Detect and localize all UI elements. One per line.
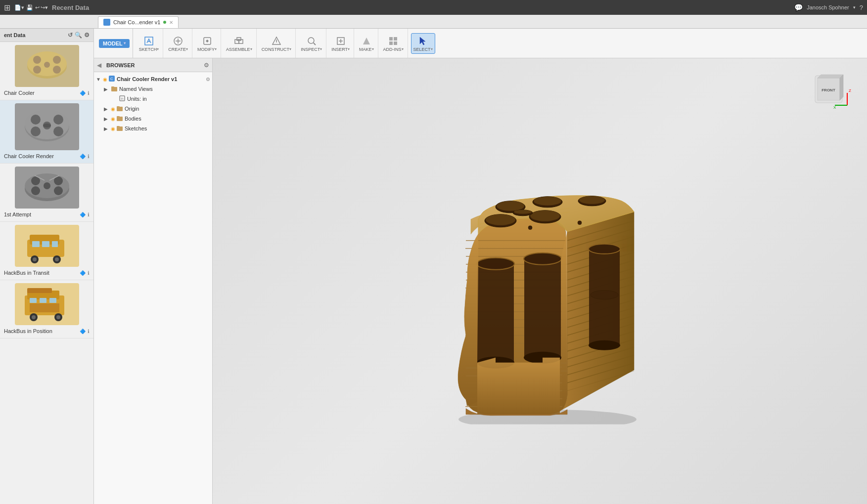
tab-close[interactable]: ✕ bbox=[169, 20, 173, 25]
bodies-folder-icon bbox=[116, 115, 123, 123]
sidebar-refresh-icon[interactable]: ↺ bbox=[68, 32, 73, 39]
assemble-button[interactable]: ASSEMBLE▾ bbox=[224, 34, 254, 53]
create-label: CREATE▾ bbox=[168, 47, 188, 52]
sidebar-collapse-handle[interactable]: ◀ bbox=[93, 256, 94, 276]
select-button[interactable]: SELECT▾ bbox=[411, 33, 435, 54]
item-info-icon[interactable]: ℹ bbox=[88, 270, 90, 276]
create-button[interactable]: CREATE▾ bbox=[166, 34, 190, 53]
svg-point-151 bbox=[589, 340, 620, 350]
select-group: SELECT▾ bbox=[409, 29, 437, 58]
modify-button[interactable]: MODIFY▾ bbox=[195, 34, 219, 53]
user-name[interactable]: Janosch Spohner bbox=[807, 4, 849, 10]
list-item[interactable]: Chair Cooler Render 🔷 ℹ bbox=[0, 100, 93, 164]
item-type-icon: 🔷 bbox=[80, 212, 86, 217]
svg-point-132 bbox=[530, 210, 560, 221]
file-menu[interactable]: 📄▾ bbox=[14, 4, 24, 11]
named-views-label: Named Views bbox=[119, 86, 153, 92]
units-icon: in bbox=[119, 95, 126, 103]
list-item[interactable]: Chair Cooler 🔷 ℹ bbox=[0, 42, 93, 100]
user-dropdown[interactable]: ▾ bbox=[853, 5, 856, 10]
undo-btn[interactable]: ↩ bbox=[35, 4, 40, 11]
item-info-icon[interactable]: ℹ bbox=[88, 212, 90, 217]
sidebar-search-icon[interactable]: 🔍 bbox=[75, 32, 82, 39]
inspect-group: INSPECT▾ bbox=[297, 29, 326, 58]
make-icon bbox=[361, 35, 372, 47]
units-label: Units: in bbox=[127, 96, 147, 102]
svg-rect-32 bbox=[52, 241, 58, 247]
active-tab[interactable]: Chair Co...ender v1 ✕ bbox=[98, 16, 179, 28]
svg-line-56 bbox=[314, 43, 316, 45]
tree-origin-item[interactable]: ▶ ◉ Origin bbox=[94, 104, 212, 114]
tree-bodies-item[interactable]: ▶ ◉ Bodies bbox=[94, 114, 212, 124]
list-item[interactable]: 1st Attempt 🔷 ℹ bbox=[0, 164, 93, 222]
modify-group: MODIFY▾ bbox=[193, 29, 221, 58]
sidebar-item-label: Chair Cooler Render bbox=[4, 153, 54, 159]
main-area: ent Data ↺ 🔍 ⚙ bbox=[0, 29, 867, 504]
help-icon[interactable]: ? bbox=[860, 4, 863, 11]
named-views-expand-arrow[interactable]: ▶ bbox=[104, 86, 111, 92]
axis-indicator[interactable]: FRONT Z X bbox=[808, 68, 847, 108]
sidebar-item-label: HackBus in Position bbox=[4, 328, 52, 334]
redo-btn[interactable]: ↪▾ bbox=[41, 4, 48, 11]
sidebar-item-label: Chair Cooler bbox=[4, 90, 35, 96]
model-button[interactable]: MODEL ▾ bbox=[99, 39, 130, 48]
item-type-icon: 🔷 bbox=[80, 329, 86, 334]
assemble-icon bbox=[233, 35, 245, 47]
tab-label: Chair Co...ender v1 bbox=[113, 19, 160, 25]
svg-point-27 bbox=[33, 257, 37, 261]
grid-icon[interactable]: ⊞ bbox=[4, 3, 10, 12]
item-info-icon[interactable]: ℹ bbox=[88, 154, 90, 159]
svg-text:X: X bbox=[833, 105, 836, 110]
sidebar-settings-icon[interactable]: ⚙ bbox=[84, 32, 90, 39]
svg-point-4 bbox=[33, 66, 41, 74]
sketch-icon bbox=[143, 35, 155, 47]
chat-icon[interactable]: 💬 bbox=[794, 3, 803, 11]
item-info-icon[interactable]: ℹ bbox=[88, 329, 90, 334]
tree-root-item[interactable]: ▼ ◉ C Chair Cooler Render v1 ⚙ bbox=[94, 74, 212, 84]
svg-rect-41 bbox=[40, 298, 46, 303]
addins-button[interactable]: ADD-INS▾ bbox=[381, 34, 406, 53]
svg-point-2 bbox=[33, 56, 41, 64]
modify-label: MODIFY▾ bbox=[197, 47, 217, 52]
root-settings-icon[interactable]: ⚙ bbox=[206, 77, 210, 82]
sketch-button[interactable]: SKETCH▾ bbox=[137, 34, 161, 53]
list-item[interactable]: HackBus in Position 🔷 ℹ bbox=[0, 280, 93, 338]
insert-button[interactable]: INSERT▾ bbox=[329, 34, 352, 53]
save-btn[interactable]: 💾 bbox=[26, 4, 33, 11]
svg-marker-60 bbox=[363, 38, 370, 44]
sketches-expand-arrow[interactable]: ▶ bbox=[104, 126, 111, 131]
inspect-label: INSPECT▾ bbox=[301, 47, 322, 52]
svg-point-37 bbox=[32, 315, 36, 319]
tree-collapse-arrow[interactable]: ▼ bbox=[96, 77, 103, 82]
origin-eye-icon[interactable]: ◉ bbox=[111, 106, 115, 112]
sketches-eye-icon[interactable]: ◉ bbox=[111, 126, 115, 131]
svg-point-10 bbox=[53, 115, 63, 125]
bodies-eye-icon[interactable]: ◉ bbox=[111, 116, 115, 122]
select-label: SELECT▾ bbox=[413, 47, 433, 52]
make-button[interactable]: MAKE▾ bbox=[357, 34, 376, 53]
browser-settings-icon[interactable]: ⚙ bbox=[204, 62, 209, 69]
browser-collapse-arrow[interactable]: ◀ bbox=[97, 62, 101, 69]
root-label: Chair Cooler Render v1 bbox=[117, 76, 177, 82]
construct-button[interactable]: CONSTRUCT▾ bbox=[260, 34, 294, 53]
tree-sketches-item[interactable]: ▶ ◉ Sketches bbox=[94, 124, 212, 133]
inspect-button[interactable]: INSPECT▾ bbox=[299, 34, 324, 53]
origin-expand-arrow[interactable]: ▶ bbox=[104, 106, 111, 112]
tree-named-views-item[interactable]: ▶ Named Views bbox=[94, 84, 212, 94]
eye-icon[interactable]: ◉ bbox=[103, 77, 107, 82]
origin-folder-icon bbox=[116, 105, 123, 113]
viewport[interactable]: FRONT Z X bbox=[213, 58, 867, 504]
insert-group: INSERT▾ bbox=[327, 29, 354, 58]
tree-units-item[interactable]: in Units: in bbox=[94, 94, 212, 104]
svg-text:Z: Z bbox=[849, 88, 851, 93]
svg-text:C: C bbox=[110, 77, 113, 81]
browser-panel: ◀ BROWSER ⚙ ▼ ◉ C Chair Cooler Render v1… bbox=[94, 58, 213, 504]
svg-rect-40 bbox=[30, 298, 37, 303]
assemble-group: ASSEMBLE▾ bbox=[222, 29, 257, 58]
svg-point-12 bbox=[53, 126, 63, 136]
bodies-expand-arrow[interactable]: ▶ bbox=[104, 116, 111, 122]
item-info-icon[interactable]: ℹ bbox=[88, 90, 90, 96]
svg-marker-157 bbox=[818, 75, 843, 78]
viewport-canvas: FRONT Z X bbox=[213, 58, 867, 504]
list-item[interactable]: HackBus in Transit 🔷 ℹ bbox=[0, 222, 93, 280]
